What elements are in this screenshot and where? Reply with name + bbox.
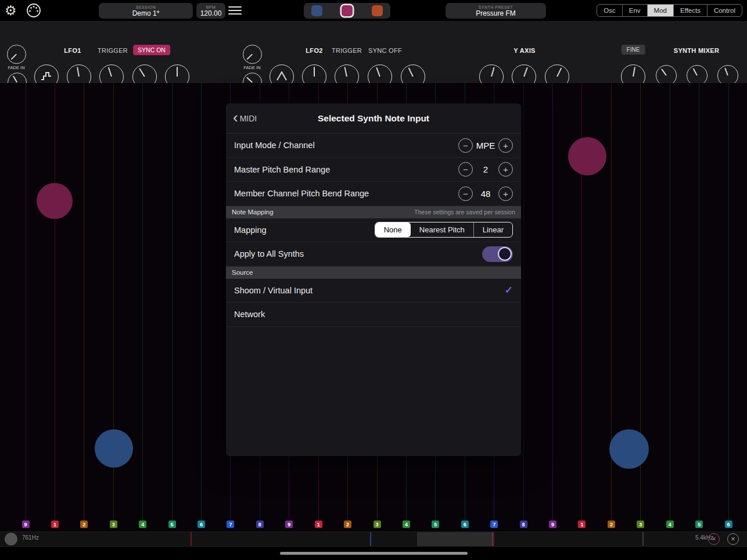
note-degree-marker: 8 xyxy=(256,520,264,528)
apply-all-toggle[interactable] xyxy=(482,246,513,262)
mapping-option-nearest-pitch[interactable]: Nearest Pitch xyxy=(411,222,474,237)
menu-hamburger-icon[interactable] xyxy=(228,6,242,15)
touch-pad[interactable] xyxy=(37,183,73,219)
pitch-grid-line xyxy=(142,83,143,520)
close-pink-button[interactable]: × xyxy=(708,533,720,545)
increment-button[interactable]: + xyxy=(498,162,513,177)
frequency-tick xyxy=(642,532,644,546)
frequency-tick xyxy=(492,532,493,546)
lfo2-sync-button[interactable]: SYNC OFF xyxy=(368,47,402,54)
note-degree-marker: 8 xyxy=(520,520,527,528)
source-label: Shoom / Virtual Input xyxy=(234,286,313,295)
increment-button[interactable]: + xyxy=(498,138,513,153)
bpm-button[interactable]: BPM 120.00 xyxy=(196,3,225,19)
mapping-row: Mapping NoneNearest PitchLinear xyxy=(226,218,521,243)
mapping-label: Mapping xyxy=(234,225,267,235)
note-degree-marker: 4 xyxy=(403,520,410,528)
source-row[interactable]: Network xyxy=(226,303,521,327)
mod-panel: LFO1 TRIGGER SYNC ON LFO2 TRIGGER SYNC O… xyxy=(0,21,747,83)
tab-mod[interactable]: Mod xyxy=(648,5,674,16)
session-value: Demo 1* xyxy=(132,10,160,17)
fade-in-knob[interactable] xyxy=(243,45,262,64)
lfo1-sync-button[interactable]: SYNC ON xyxy=(133,45,170,55)
close-gray-button[interactable]: × xyxy=(727,533,739,545)
tab-env[interactable]: Env xyxy=(623,5,648,16)
knob-pointer xyxy=(693,68,698,76)
pitch-grid-line xyxy=(201,83,202,520)
pitch-grid-line xyxy=(699,83,699,520)
checkmark-icon: ✓ xyxy=(505,284,513,296)
tab-osc[interactable]: Osc xyxy=(597,5,622,16)
dialog-header: ‹ MIDI Selected Synth Note Input xyxy=(226,103,521,134)
corner-handle[interactable] xyxy=(5,533,17,545)
tab-control[interactable]: Control xyxy=(708,5,742,16)
top-bar: ⚙ SESSION Demo 1* BPM 120.00 SYNTH PRESE… xyxy=(0,0,747,21)
knob-pointer xyxy=(344,67,347,77)
knob-pointer xyxy=(633,67,635,77)
pitch-grid-line xyxy=(84,83,84,520)
settings-gear-icon[interactable]: ⚙ xyxy=(5,2,17,19)
fade-in-knob[interactable] xyxy=(7,45,26,64)
frequency-tick xyxy=(191,532,192,546)
stepper-label: Member Channel Pitch Bend Range xyxy=(234,189,369,198)
note-degree-marker: 5 xyxy=(432,520,439,528)
stepper-value: 2 xyxy=(473,164,498,174)
touch-pad[interactable] xyxy=(95,429,133,468)
fine-button[interactable]: FINE xyxy=(622,45,645,55)
note-mapping-section-header: Note Mapping These settings are saved pe… xyxy=(226,206,521,218)
decrement-button[interactable]: − xyxy=(458,138,473,153)
lfo1-trigger-button[interactable]: TRIGGER xyxy=(98,47,128,54)
section-note: These settings are saved per session xyxy=(414,209,515,216)
freq-min-label: 761Hz xyxy=(22,534,39,541)
touch-pad[interactable] xyxy=(609,429,649,469)
source-row[interactable]: Shoom / Virtual Input✓ xyxy=(226,279,521,303)
note-degree-marker: 2 xyxy=(344,520,351,528)
synth-slot-3[interactable] xyxy=(372,5,383,16)
note-degree-marker: 4 xyxy=(139,520,146,528)
lfo2-trigger-button[interactable]: TRIGGER xyxy=(332,47,362,54)
frequency-zoom-strip[interactable] xyxy=(0,532,747,547)
knob-pointer xyxy=(139,68,145,77)
session-button[interactable]: SESSION Demo 1* xyxy=(99,3,193,19)
note-degree-marker: 9 xyxy=(22,520,30,528)
touch-pad[interactable] xyxy=(568,137,606,175)
knob-label: FADE IN xyxy=(243,65,260,70)
mapping-option-linear[interactable]: Linear xyxy=(474,222,512,237)
stepper-label: Master Pitch Bend Range xyxy=(234,165,330,174)
lfo1-title: LFO1 xyxy=(64,47,81,54)
mapping-option-none[interactable]: None xyxy=(375,222,411,237)
knob-pointer xyxy=(314,67,315,77)
note-degree-marker: 5 xyxy=(168,520,176,528)
back-button[interactable]: ‹ MIDI xyxy=(233,113,257,124)
stepper-value: MPE xyxy=(473,141,498,150)
source-section-header: Source xyxy=(226,267,521,279)
pitch-grid-line xyxy=(55,83,55,520)
pitch-grid-line xyxy=(523,83,524,520)
stepper-label: Input Mode / Channel xyxy=(234,141,315,150)
knob-pointer xyxy=(491,67,495,77)
synth-preset-button[interactable]: SYNTH PRESET Pressure FM xyxy=(446,3,546,19)
section-title: Source xyxy=(232,269,253,276)
increment-button[interactable]: + xyxy=(498,186,513,201)
stepper-control: −MPE+ xyxy=(458,138,513,153)
decrement-button[interactable]: − xyxy=(458,162,473,177)
stepper-row: Member Channel Pitch Bend Range−48+ xyxy=(226,182,521,206)
stepper-row: Input Mode / Channel−MPE+ xyxy=(226,134,521,158)
dialog-title: Selected Synth Note Input xyxy=(318,113,429,124)
knob-pointer xyxy=(661,69,667,76)
midi-connector-icon[interactable] xyxy=(26,3,41,18)
note-degree-marker: 7 xyxy=(490,520,498,528)
tab-effects[interactable]: Effects xyxy=(674,5,708,16)
synth-mixer-title: SYNTH MIXER xyxy=(674,47,719,54)
note-degree-marker: 7 xyxy=(227,520,234,528)
note-degree-marker: 2 xyxy=(80,520,88,528)
knob-label: FADE IN xyxy=(8,65,24,70)
knob-pointer xyxy=(10,53,16,59)
synth-slot-2[interactable] xyxy=(342,5,353,16)
home-indicator[interactable] xyxy=(280,552,468,555)
decrement-button[interactable]: − xyxy=(458,186,473,201)
frequency-range-window[interactable] xyxy=(417,532,494,546)
note-degree-marker: 9 xyxy=(549,520,556,528)
source-label: Network xyxy=(234,310,265,319)
synth-slot-1[interactable] xyxy=(311,5,322,16)
